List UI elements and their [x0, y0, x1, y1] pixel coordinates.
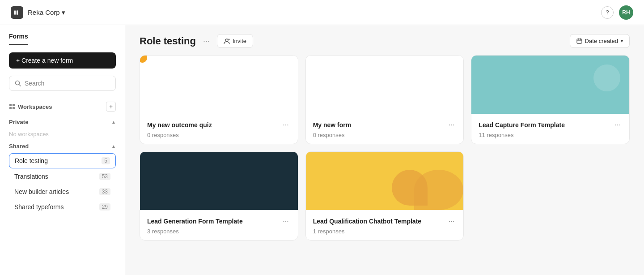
orange-indicator: [140, 55, 147, 63]
card-responses: 1 responses: [313, 228, 457, 235]
form-card-5[interactable]: Lead Qualification Chatbot Template ··· …: [305, 151, 464, 241]
page-title: Role testing: [140, 35, 196, 47]
yellow-shape2: [414, 170, 463, 210]
shared-chevron-icon: ▲: [111, 144, 116, 149]
private-section: Private ▲ No workspaces: [0, 115, 125, 139]
card-body: Lead Capture Form Template ··· 11 respon…: [471, 114, 629, 144]
svg-rect-6: [9, 107, 12, 109]
sidebar-item-label: Translations: [14, 173, 48, 180]
card-menu-button[interactable]: ···: [281, 120, 290, 130]
invite-button[interactable]: Invite: [217, 34, 253, 48]
card-preview: [140, 56, 298, 114]
workspaces-section: Workspaces +: [0, 98, 125, 115]
sidebar-item-badge: 29: [99, 203, 110, 211]
sidebar-header: Forms: [0, 25, 125, 45]
sidebar-items-list: Role testing 5 Translations 53 New build…: [9, 153, 116, 214]
sidebar-item-label: Role testing: [15, 157, 48, 164]
svg-rect-5: [13, 104, 15, 106]
svg-rect-4: [9, 104, 12, 106]
card-title-row: Lead Qualification Chatbot Template ···: [313, 216, 457, 226]
logo-icon: [11, 6, 23, 19]
card-title: My new form: [313, 121, 447, 129]
sidebar-item-label: New builder articles: [14, 188, 69, 195]
nav-right: ? RH: [601, 5, 633, 20]
sidebar-item-new-builder-articles[interactable]: New builder articles 33: [9, 185, 116, 199]
svg-rect-7: [13, 107, 15, 109]
title-more-button[interactable]: ···: [201, 34, 212, 47]
private-label: Private: [9, 119, 28, 125]
card-title: Lead Generation Form Template: [147, 218, 281, 225]
card-title: My new outcome quiz: [147, 121, 281, 129]
card-title-row: Lead Generation Form Template ···: [147, 216, 291, 226]
form-card-1[interactable]: My new outcome quiz ··· 0 responses: [140, 55, 298, 144]
sidebar-item-badge: 33: [99, 188, 110, 195]
content-header: Role testing ··· Invite Date created ▾: [125, 25, 644, 55]
sidebar-item-role-testing[interactable]: Role testing 5: [9, 153, 116, 168]
sidebar-item-badge: 5: [102, 157, 110, 164]
card-preview: [306, 56, 464, 114]
shared-header[interactable]: Shared ▲: [9, 139, 116, 153]
card-preview: [140, 152, 298, 210]
grid-icon: [9, 103, 15, 110]
svg-rect-11: [577, 39, 582, 43]
private-chevron-icon: ▲: [111, 120, 116, 125]
no-workspaces-text: No workspaces: [9, 129, 116, 139]
workspaces-label: Workspaces: [18, 103, 52, 110]
sidebar: Forms + Create a new form Search Workspa…: [0, 25, 125, 275]
card-body: Lead Qualification Chatbot Template ··· …: [306, 210, 464, 240]
card-body: My new outcome quiz ··· 0 responses: [140, 114, 298, 144]
card-title: Lead Capture Form Template: [479, 121, 612, 129]
date-filter-button[interactable]: Date created ▾: [570, 34, 630, 48]
card-body: My new form ··· 0 responses: [306, 114, 464, 144]
search-icon: [15, 80, 21, 86]
sidebar-item-badge: 53: [99, 173, 110, 180]
svg-line-3: [19, 85, 21, 86]
calendar-icon: [576, 38, 582, 44]
card-title: Lead Qualification Chatbot Template: [313, 218, 447, 225]
sidebar-item-translations[interactable]: Translations 53: [9, 169, 116, 184]
org-name-label: Reka Corp: [28, 9, 60, 16]
shared-label: Shared: [9, 143, 29, 150]
search-placeholder: Search: [25, 80, 44, 87]
content-area: Role testing ··· Invite Date created ▾: [125, 25, 644, 275]
date-chevron-icon: ▾: [621, 39, 623, 43]
workspaces-title: Workspaces: [9, 103, 52, 110]
teal-decoration: [593, 64, 620, 91]
sidebar-item-shared-typeforms[interactable]: Shared typeforms 29: [9, 200, 116, 214]
card-title-row: My new form ···: [313, 120, 457, 130]
org-chevron-icon: ▾: [62, 9, 65, 17]
card-responses: 11 responses: [479, 132, 622, 138]
forms-tab[interactable]: Forms: [9, 33, 28, 45]
search-input[interactable]: Search: [9, 76, 116, 91]
invite-icon: [224, 38, 230, 44]
add-workspace-button[interactable]: +: [106, 102, 116, 112]
title-group: Role testing ··· Invite: [140, 34, 253, 48]
main-layout: Forms + Create a new form Search Workspa…: [0, 25, 644, 275]
org-name-button[interactable]: Reka Corp ▾: [28, 9, 65, 17]
form-card-3[interactable]: Lead Capture Form Template ··· 11 respon…: [471, 55, 630, 144]
card-responses: 3 responses: [147, 228, 291, 235]
card-menu-button[interactable]: ···: [447, 216, 456, 226]
cards-grid: My new outcome quiz ··· 0 responses My n…: [125, 55, 644, 255]
card-menu-button[interactable]: ···: [447, 120, 456, 130]
header-right: Date created ▾: [570, 34, 630, 48]
avatar[interactable]: RH: [619, 5, 633, 20]
card-title-row: Lead Capture Form Template ···: [479, 120, 622, 130]
private-header[interactable]: Private ▲: [9, 115, 116, 129]
card-responses: 0 responses: [313, 132, 457, 138]
form-card-2[interactable]: My new form ··· 0 responses: [305, 55, 464, 144]
card-preview: [471, 56, 629, 114]
card-menu-button[interactable]: ···: [281, 216, 290, 226]
card-title-row: My new outcome quiz ···: [147, 120, 291, 130]
sidebar-item-label: Shared typeforms: [14, 203, 64, 211]
card-preview: [306, 152, 464, 210]
workspaces-header[interactable]: Workspaces +: [9, 98, 116, 115]
form-card-4[interactable]: Lead Generation Form Template ··· 3 resp…: [140, 151, 298, 241]
svg-point-8: [225, 39, 228, 42]
svg-rect-0: [14, 10, 16, 15]
top-nav: Reka Corp ▾ ? RH: [0, 0, 644, 25]
create-new-form-button[interactable]: + Create a new form: [9, 52, 116, 69]
help-button[interactable]: ?: [601, 6, 614, 19]
card-responses: 0 responses: [147, 132, 291, 138]
card-menu-button[interactable]: ···: [613, 120, 622, 130]
